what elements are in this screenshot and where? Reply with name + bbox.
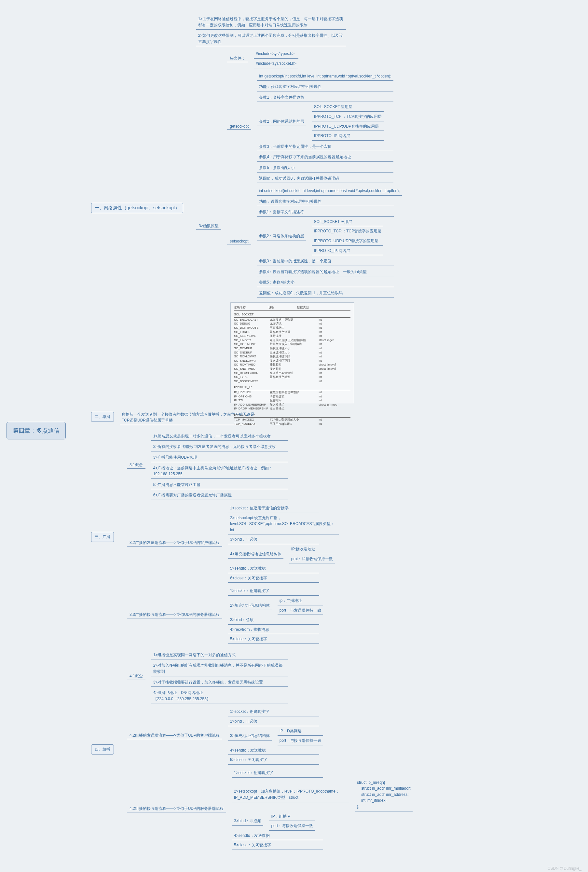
table-row: SO_LINGER延迟关闭连接,正在数据传输struct linger [234, 338, 351, 342]
s1-note-1: 1>由于在网络通信过程中，套接字是服务于各个层的，但是，每一层中对套接字选项都有… [196, 15, 346, 30]
getsockopt-ret: 返回值：成功返回0，失败返回-1并置位错误码 [257, 174, 393, 183]
getsockopt-p2-o3: IPPROTO_UDP:UDP套接字的应用层 [312, 122, 384, 131]
getsockopt-func: 功能：获取套接字对应层中相关属性 [257, 83, 393, 92]
c32-label[interactable]: 3.2广播的发送端流程——>类似于UDP的客户端流程 [127, 539, 222, 546]
c31-i4: 4>广播地址：当前网络中主机号全为1的IP地址就是广播地址，例如：192.168… [151, 464, 288, 479]
table-row: SO_OOBINLINE带外数据放入正常数据流int [234, 342, 351, 346]
c32-i2: 2>setsockopt:设置允许广播，level:SOL_SOCKET,opt… [228, 514, 339, 535]
setsockopt-p2-o4: IPPROTO_IP:网络层 [312, 247, 383, 255]
table-row: IP_TTL生存时间int [234, 398, 351, 403]
s2-note: 数据从一个发送者到一个接收者的数据传输方式叫做单播，之前学习的无论是TCP还是U… [120, 410, 256, 425]
setsockopt-p4: 参数4：设置当前套接字选项的容器的起始地址，一般为int类型 [257, 268, 394, 277]
section-4-title[interactable]: 四、组播 [91, 744, 114, 755]
c42-s3-2: port：与接收端保持一致 [278, 737, 324, 745]
c43-label[interactable]: 4.2组播的接收端流程——>类似于UDP的服务器端流程 [127, 805, 226, 812]
c32-i6: 6>close：关闭套接字 [228, 574, 319, 583]
getsockopt-p2-o1: SOL_SOCKET:应用层 [312, 103, 384, 112]
getsockopt-p5: 参数5：参数4的大小 [257, 164, 393, 173]
c33-i4: 4>recvfrom：接收消息 [228, 626, 319, 634]
section-1: 一、网络属性（getsockopt、setsockopt） 1>由于在网络通信过… [91, 13, 582, 403]
c43-s3-2: port：与接收端保持一致 [269, 822, 315, 831]
c41-label[interactable]: 4.1概念 [127, 673, 146, 680]
table-row: IP_OPTIONSIP首部选项int [234, 395, 351, 399]
getsockopt-p4: 参数4：用于存储获取下来的当前属性的容器起始地址 [257, 153, 393, 162]
c32-s4-2: prot：和接收端保持一致 [289, 555, 335, 564]
c32-s4-1: IP:接收端地址 [289, 545, 335, 554]
setsockopt-p2-o3: IPPROTO_UDP:UDP套接字的应用层 [312, 237, 383, 246]
setsockopt-p2-o1: SOL_SOCKET:应用层 [312, 218, 383, 227]
table-row: SO_RCVTIMEO接收超时struct timeval [234, 363, 351, 367]
watermark: CSDN @Duringke_ [548, 866, 582, 871]
c43-i4: 4>sendto：发送数据 [232, 831, 323, 840]
c42-i2: 2>bind：非必须 [228, 717, 319, 726]
c31-label[interactable]: 3.1概念 [127, 462, 146, 469]
table-row: IP_ADD_MEMBERSHIP加入多播组struct ip_mreq [234, 403, 351, 407]
c33-i5: 5>close：关闭套接字 [228, 635, 319, 644]
setsockopt-p2: 参数2：网络体系结构的层 [257, 232, 306, 241]
c43-i3: 3>bind：非必须 [232, 817, 263, 826]
c42-label[interactable]: 4.2组播的发送端流程——>类似于UDP的客户端流程 [127, 732, 222, 739]
options-table: 选项名称 说明 数据类型 SOL_SOCKET SO_BROADCAST允许发送… [230, 302, 354, 403]
c42-s3-1: IP：D类网络 [278, 727, 324, 736]
c43-s2: struct ip_mreqn{ struct in_addr imr_mult… [355, 779, 412, 812]
getsockopt-p1: 参数1：套接字文件描述符 [257, 93, 393, 102]
c33-s2-2: port：与发送端保持一致 [278, 606, 324, 615]
setsockopt-ret: 返回值：成功返回0，失败返回-1，并置位错误码 [257, 289, 394, 298]
c41-i1: 1>组播也是实现同一网络下的一对多的通信方式 [151, 651, 288, 660]
table-row: SO_RCVLOWAT接收缓冲区下限int [234, 354, 351, 359]
header-file-label: 头文件： [227, 55, 248, 62]
getsockopt-label[interactable]: getsockopt [227, 123, 251, 129]
header-file-1: #include<sys/types.h> [254, 50, 298, 59]
section-1-title[interactable]: 一、网络属性（getsockopt、setsockopt） [91, 203, 183, 213]
setsockopt-p1: 参数1：套接字文件描述符 [257, 208, 394, 217]
c41-i4: 4>组播IP地址：D类网络地址 【224.0.0.0---239.255.255… [151, 689, 288, 703]
c42-i5: 5>close：关闭套接字 [228, 756, 319, 765]
table-row: SO_SNDBUF发送缓冲区大小int [234, 351, 351, 355]
c42-i3: 3>填充地址信息结构体 [228, 732, 272, 740]
c41-i3: 3>对于接收端需要进行设置，加入多播组，发送端无需特殊设置 [151, 678, 288, 687]
table-row: SO_RCVBUF接收缓冲区大小int [234, 346, 351, 351]
c32-i3: 3>bind：非必须 [228, 536, 319, 544]
c43-i5: 5>close：关闭套接字 [232, 841, 323, 850]
c43-i1: 1>socket：创建套接字 [232, 769, 323, 777]
setsockopt-func: 功能：设置套接字对应层中相关属性 [257, 198, 394, 206]
tg-1: IPPROTO_IP [234, 384, 351, 390]
section-2-title[interactable]: 二、单播 [91, 412, 114, 422]
c31-i5: 5>广播消息不能穿过路由器 [151, 481, 288, 489]
getsockopt-p2-o4: IPPROTO_IP:网络层 [312, 132, 384, 141]
c33-label[interactable]: 3.3广播的接收端流程——>类似UDP的服务器端流程 [127, 611, 222, 618]
table-row: SO_KEEPALIVE保持连接int [234, 334, 351, 338]
s1-note-3-label[interactable]: 3>函数原型 [196, 223, 222, 230]
section-1-children: 1>由于在网络通信过程中，套接字是服务于各个层的，但是，每一层中对套接字选项都有… [196, 13, 402, 403]
getsockopt-p2-o2: IPPROTO_TCP:：TCP套接字的应用层 [312, 113, 384, 122]
section-3-title[interactable]: 三、广播 [91, 532, 114, 542]
table-row: SO_REUSEADDR允许重用本地地址int [234, 371, 351, 375]
setsockopt-sig: int setsockopt(int sockfd,int level,int … [257, 187, 402, 196]
getsockopt-sig: int getsockopt(int sockfd,int level,int … [257, 72, 393, 81]
section-4: 四、组播 4.1概念 1>组播也是实现同一网络下的一对多的通信方式 2>对加入多… [91, 649, 582, 850]
c41-i2: 2>对加入多播组的所有成员才能收到组播消息，并不是所有网络下的成员都能收到 [151, 661, 288, 676]
th-name: 选项名称 [234, 305, 246, 309]
c33-i2: 2>填充地址信息结构体 [228, 602, 272, 610]
s1-note-2: 2>如何更改这些限制，可以通过上述两个函数完成，分别是获取套接字属性、以及设置套… [196, 32, 346, 46]
c32-i5: 5>sendto：发送数据 [228, 564, 319, 573]
c31-i2: 2>所有的接收者 都能收到发送者发送的消息，无论接收者愿不愿意接收 [151, 443, 288, 452]
setsockopt-p5: 参数5：参数4的大小 [257, 278, 394, 287]
getsockopt-p3: 参数3：当前层中的指定属性，是一个宏值 [257, 143, 393, 152]
setsockopt-p2-o2: IPPROTO_TCP:：TCP套接字的应用层 [312, 227, 383, 236]
setsockopt-label[interactable]: setsockopt [227, 238, 251, 245]
c43-i2: 2>setsockopt：加入多播组，level：IPPROTO_IP,optn… [232, 787, 349, 802]
c43-s3-1: IP：组播IP [269, 812, 315, 821]
setsockopt-p3: 参数3：当前层中的指定属性，是一个宏值 [257, 257, 394, 266]
th-type: 数据类型 [297, 305, 309, 309]
table-row: SO_BSDCOMPATint [234, 379, 351, 383]
c32-i4: 4>填充接收端地址信息结构体 [228, 550, 284, 559]
root-node[interactable]: 第四章：多点通信 [6, 422, 66, 440]
c31-i1: 1>顾名思义就是实现一对多的通信，一个发送者可以应对多个接收者 [151, 432, 288, 441]
header-file-2: #include<sys/socket.h> [254, 60, 298, 68]
table-row: SO_DONTROUTE不查找路由int [234, 326, 351, 330]
table-row: SO_TYPE获得套接字类型int [234, 375, 351, 379]
tg-0: SOL_SOCKET [234, 312, 351, 318]
table-row: SO_SNDTIMEO发送超时struct timeval [234, 367, 351, 371]
section-3: 三、广播 3.1概念 1>顾名思义就是实现一对多的通信，一个发送者可以应对多个接… [91, 430, 582, 644]
